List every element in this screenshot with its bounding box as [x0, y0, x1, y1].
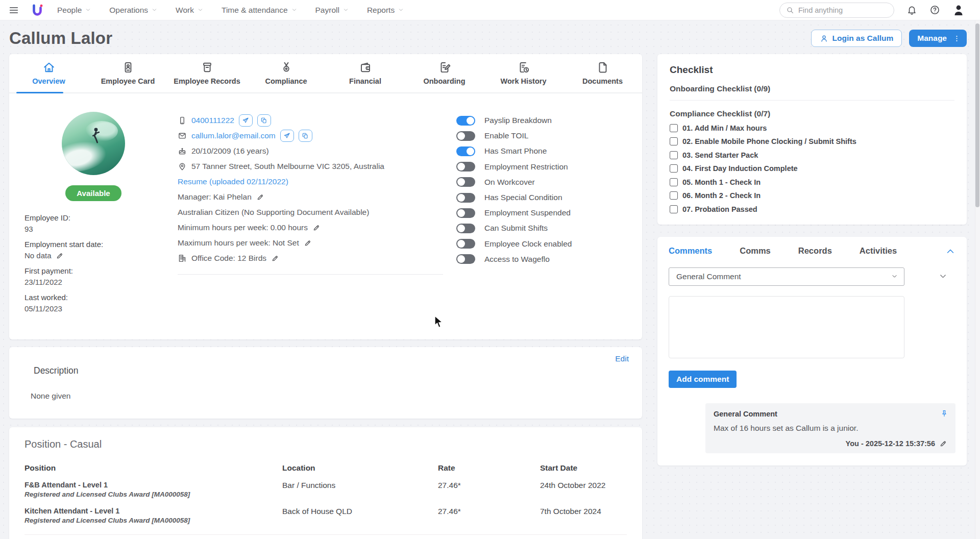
checklist-item[interactable]: 05. Month 1 - Check In: [670, 178, 954, 186]
edit-pencil-icon[interactable]: [271, 254, 279, 262]
checklist-item[interactable]: 03. Send Starter Pack: [670, 151, 954, 159]
edit-description-link[interactable]: Edit: [615, 354, 629, 363]
toggle-switch[interactable]: [456, 131, 475, 141]
checklist-card: Checklist Onboarding Checklist (0/9) Com…: [657, 54, 967, 225]
checklist-item-label: 06. Month 2 - Check In: [682, 191, 761, 200]
nav-item-work[interactable]: Work: [176, 6, 203, 15]
kebab-menu-icon[interactable]: [953, 35, 961, 42]
tab-comms[interactable]: Comms: [740, 246, 771, 256]
tab-activities[interactable]: Activities: [860, 246, 897, 256]
checkbox[interactable]: [670, 151, 678, 159]
paper-plane-icon: [242, 117, 249, 124]
copy-email-button[interactable]: [299, 130, 312, 142]
notifications-bell-icon[interactable]: [906, 5, 917, 15]
user-avatar[interactable]: [952, 4, 965, 17]
scrollbar-track[interactable]: [975, 0, 980, 539]
paper-plane-icon: [283, 132, 290, 139]
comment-input[interactable]: [669, 296, 904, 358]
checklist-item[interactable]: 06. Month 2 - Check In: [670, 191, 954, 200]
toggle-switch[interactable]: [456, 116, 475, 126]
scrollbar-thumb[interactable]: [975, 23, 979, 207]
toggle-access-wageflo: Access to Wageflo: [456, 252, 642, 267]
edit-pencil-icon[interactable]: [312, 224, 321, 232]
onboarding-checklist-header[interactable]: Onboarding Checklist (0/9): [670, 84, 954, 101]
tab-label: Work History: [501, 77, 547, 85]
edit-pencil-icon[interactable]: [256, 193, 264, 201]
resume-link[interactable]: Resume (uploaded 02/11/2022): [178, 177, 288, 186]
checklist-item[interactable]: 01. Add Min / Max hours: [670, 124, 954, 132]
checkbox[interactable]: [670, 178, 678, 186]
entitlements-section: Entitlements Long Service Leave (Under 1…: [24, 534, 627, 539]
app-logo[interactable]: [31, 4, 44, 17]
tab-compliance[interactable]: Compliance: [247, 54, 326, 92]
nav-label: Payroll: [315, 6, 339, 15]
add-comment-button[interactable]: Add comment: [669, 371, 737, 388]
toggle-switch[interactable]: [456, 193, 475, 203]
nav-item-reports[interactable]: Reports: [367, 6, 404, 15]
toggle-switch[interactable]: [456, 208, 475, 218]
pushpin-icon[interactable]: [940, 409, 948, 418]
manage-button[interactable]: Manage: [909, 30, 967, 47]
expand-options-icon[interactable]: [939, 272, 947, 281]
position-award: Registered and Licensed Clubs Award [MA0…: [24, 491, 282, 498]
tab-work-history[interactable]: Work History: [484, 54, 563, 92]
checkbox[interactable]: [670, 124, 678, 132]
tab-employee-card[interactable]: Employee Card: [88, 54, 167, 92]
login-as-button[interactable]: Login as Callum: [811, 30, 902, 47]
edit-pencil-icon[interactable]: [304, 239, 312, 247]
copy-phone-button[interactable]: [257, 114, 271, 127]
checkbox[interactable]: [670, 137, 678, 145]
nav-item-people[interactable]: People: [57, 6, 91, 15]
hamburger-menu-icon[interactable]: [8, 5, 19, 16]
phone-link[interactable]: 0400111222: [191, 116, 234, 125]
medal-icon: [280, 61, 293, 74]
collapse-panel-icon[interactable]: [945, 246, 955, 256]
tab-overview[interactable]: Overview: [9, 54, 88, 92]
tab-onboarding[interactable]: Onboarding: [405, 54, 484, 92]
nav-item-operations[interactable]: Operations: [109, 6, 157, 15]
manage-label: Manage: [917, 34, 947, 43]
file-icon: [596, 61, 609, 74]
toggle-switch[interactable]: [456, 254, 475, 264]
nav-item-payroll[interactable]: Payroll: [315, 6, 349, 15]
position-rate: 27.46*: [438, 507, 540, 524]
compliance-checklist-header[interactable]: Compliance Checklist (0/7): [670, 109, 954, 118]
tab-documents[interactable]: Documents: [563, 54, 642, 92]
checklist-item[interactable]: 07. Probation Passed: [670, 205, 954, 213]
checklist-item[interactable]: 02. Enable Mobile Phone Clocking / Submi…: [670, 137, 954, 145]
min-hours-row: Minimum hours per week: 0.00 hours: [178, 220, 443, 235]
send-email-button[interactable]: [280, 130, 294, 142]
user-icon: [820, 34, 828, 43]
nav-label: People: [57, 6, 82, 15]
edit-pencil-icon[interactable]: [56, 252, 64, 260]
toggle-enable-toil: Enable TOIL: [456, 128, 642, 143]
checkbox[interactable]: [670, 191, 678, 200]
description-card: Edit Description None given: [9, 347, 642, 419]
toggle-switch[interactable]: [456, 177, 475, 187]
nav-item-time-attendance[interactable]: Time & attendance: [222, 6, 297, 15]
global-search[interactable]: [779, 3, 894, 18]
tab-comments[interactable]: Comments: [669, 246, 712, 256]
toggle-switch[interactable]: [456, 146, 475, 156]
toggle-can-submit-shifts: Can Submit Shifts: [456, 220, 642, 236]
top-navbar: People Operations Work Time & attendance…: [0, 0, 980, 20]
toggle-switch[interactable]: [456, 162, 475, 172]
employee-photo: [62, 112, 125, 175]
tab-financial[interactable]: Financial: [326, 54, 405, 92]
tab-employee-records[interactable]: Employee Records: [167, 54, 247, 92]
toggle-switch[interactable]: [456, 224, 475, 233]
checkbox[interactable]: [670, 205, 678, 213]
checkbox[interactable]: [670, 164, 678, 173]
help-icon[interactable]: [929, 5, 940, 15]
tab-records[interactable]: Records: [798, 246, 832, 256]
toggle-switch[interactable]: [456, 239, 475, 249]
comment-type-select[interactable]: General Comment: [669, 267, 904, 286]
search-input[interactable]: [798, 6, 888, 14]
tab-label: Overview: [32, 77, 65, 85]
send-sms-button[interactable]: [239, 114, 253, 127]
tab-label: Financial: [349, 77, 381, 85]
checklist-item-label: 03. Send Starter Pack: [682, 151, 758, 159]
email-link[interactable]: callum.lalor@email.com: [191, 131, 276, 140]
checklist-item[interactable]: 04. First Day Induction Complete: [670, 164, 954, 173]
edit-comment-icon[interactable]: [939, 439, 947, 448]
